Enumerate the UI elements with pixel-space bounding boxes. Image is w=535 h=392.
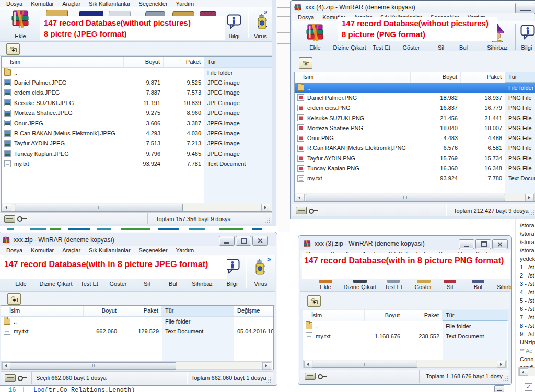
resize-grip[interactable] [502,375,508,382]
column-header-name[interactable]: İsim [1,306,84,316]
test-button[interactable]: Test Et [381,284,405,290]
menu-item-yardim[interactable]: Yardım [172,0,199,7]
key-icon[interactable] [309,208,319,214]
menu-item-dosya[interactable]: Dosya [294,14,318,21]
column-header-type[interactable]: Tür [162,306,234,316]
scrollbar-thumb[interactable] [10,362,176,370]
scroll-right-arrow[interactable] [525,194,534,201]
menu-item-secenekler[interactable]: Seçenekler [135,247,172,254]
title-bar[interactable]: xxx (4).zip - WinRAR (deneme kopyası) [292,1,535,13]
up-one-level-button[interactable] [6,43,20,55]
file-row[interactable]: Onur.JPEG 3.606 3.387 JPEG image [2,118,272,128]
horizontal-scrollbar[interactable] [303,360,507,368]
column-header-name[interactable]: İsim [295,72,411,83]
add-button[interactable]: Ekle [301,22,329,51]
info-button[interactable]: Bilgi [517,22,535,51]
extract-button[interactable]: Dizine Çıkart [340,284,380,290]
column-header-type[interactable]: Tür [204,57,272,67]
scroll-left-arrow[interactable] [3,204,11,211]
horizontal-scrollbar[interactable] [2,203,271,211]
scrollbar-thumb[interactable] [312,361,417,368]
file-row[interactable]: .. File folder [1,316,273,326]
minimize-button[interactable] [515,3,535,14]
horizontal-scrollbar[interactable] [1,361,272,370]
maximize-button[interactable] [475,239,491,249]
view-button[interactable]: Göster [396,44,426,51]
horizontal-scrollbar[interactable] [295,193,535,201]
minimize-button[interactable] [459,239,474,249]
column-header-size[interactable]: Boyut [365,310,403,321]
file-row[interactable]: my.txt 93.924 7.780 Text Document [295,174,535,183]
delete-button[interactable]: Sil [137,281,157,287]
menu-item-sik-kullanilanlar[interactable]: Sık Kullanılanlar [85,247,135,254]
scrollbar-thumb[interactable] [15,204,183,211]
background-minimize-box[interactable] [494,385,504,392]
file-row[interactable]: R.Can RAKAN [Melus Elektronik].JPEG 4.29… [2,128,272,138]
scroll-right-arrow[interactable] [262,362,271,370]
key-icon[interactable] [318,374,328,379]
file-row[interactable]: Tayfur AYDIN.PNG 15.769 15.734 PNG File [295,153,535,163]
wizard-button[interactable]: Sihirbaz [187,281,217,287]
drive-icon[interactable] [4,215,15,223]
resize-grip[interactable] [264,217,271,224]
test-button[interactable]: Test Et [370,44,393,51]
add-button[interactable]: Ekle [7,9,33,40]
menu-item-komutlar[interactable]: Komutlar [27,247,58,254]
file-row[interactable]: Onur.PNG 4.483 4.488 PNG File [295,133,535,143]
wizard-button[interactable]: Sihirbaz [492,284,512,290]
menu-item-araclar[interactable]: Araçlar [58,247,85,254]
file-row[interactable]: Morteza Shafiee.JPEG 9.275 8.960 JPEG im… [2,108,272,118]
column-header-size[interactable]: Boyut [124,57,164,67]
file-row[interactable]: Tayfur AYDIN.JPEG 7.513 7.213 JPEG image [2,139,272,148]
close-button[interactable] [252,236,268,246]
file-row[interactable]: Tuncay Kaplan.JPEG 9.796 9.465 JPEG imag… [2,148,272,158]
scroll-right-arrow[interactable] [497,361,506,368]
column-header-name[interactable]: İsim [303,310,365,321]
file-row[interactable]: Morteza Shafiee.PNG 18.040 18.007 PNG Fi… [295,123,535,133]
log-panel-scrollbar[interactable] [518,367,535,376]
maximize-button[interactable] [236,236,251,246]
column-header-packed[interactable]: Paket [403,310,443,321]
column-header-size[interactable]: Boyut [411,72,461,83]
file-row[interactable]: Daniel Palmer.PNG 18.982 18.937 PNG File [295,93,535,102]
key-icon[interactable] [18,375,28,381]
menu-item-secenekler[interactable]: Seçenekler [135,0,172,7]
menu-item-dosya[interactable]: Dosya [2,0,27,7]
column-header-packed[interactable]: Paket [461,72,505,83]
scroll-left-arrow[interactable] [296,194,305,201]
toolbar-overflow-chevron[interactable]: » [268,256,271,263]
add-button[interactable]: Ekle [314,284,337,290]
column-header-packed[interactable]: Paket [120,306,162,316]
file-row[interactable]: Daniel Palmer.JPEG 9.871 9.525 JPEG imag… [2,77,272,87]
delete-button[interactable]: Sil [440,284,460,290]
menu-item-araclar[interactable]: Araçlar [58,0,85,7]
resize-grip[interactable] [265,377,272,383]
file-row[interactable]: my.txt 93.924 7.781 Text Document [2,159,272,169]
file-row[interactable]: .. File folder [2,67,272,77]
scroll-left-arrow[interactable] [519,368,528,376]
file-row[interactable]: R.Can RAKAN [Melus Elektronik].PNG 6.576… [295,143,535,153]
column-header-modified[interactable]: Değişme [234,306,273,316]
file-row-selected[interactable]: .. File folder [295,83,535,93]
filter-checkbox[interactable]: ✓ [525,383,532,391]
title-bar[interactable]: xxx (3).zip - WinRAR (deneme kopyası) [300,237,510,250]
file-row[interactable]: Keisuke SUZUKI.PNG 21.456 21.441 PNG Fil… [295,113,535,123]
column-header-type[interactable]: Tür [443,310,508,321]
view-button[interactable]: Göster [103,281,133,287]
menu-item-yardim[interactable]: Yardım [172,247,199,254]
column-header-size[interactable]: Boyut [84,306,120,316]
column-header-name[interactable]: İsim [2,57,124,67]
find-button[interactable]: Bul [163,281,183,287]
up-one-level-button[interactable] [307,295,321,307]
file-row[interactable]: .. File folder [303,321,508,331]
view-button[interactable]: Göster [409,284,438,290]
extract-button[interactable]: Dizine Çıkart [36,281,76,287]
key-icon[interactable] [17,216,28,222]
scroll-right-arrow[interactable] [261,204,270,211]
scrollbar-thumb[interactable] [306,194,505,201]
menu-item-dosya[interactable]: Dosya [2,247,27,254]
extract-button[interactable]: Dizine Çıkart [329,44,370,51]
minimize-button[interactable] [219,236,235,246]
drive-icon[interactable] [305,373,316,380]
file-row[interactable]: my.txt 1.168.676 238.552 Text Document [303,331,508,341]
